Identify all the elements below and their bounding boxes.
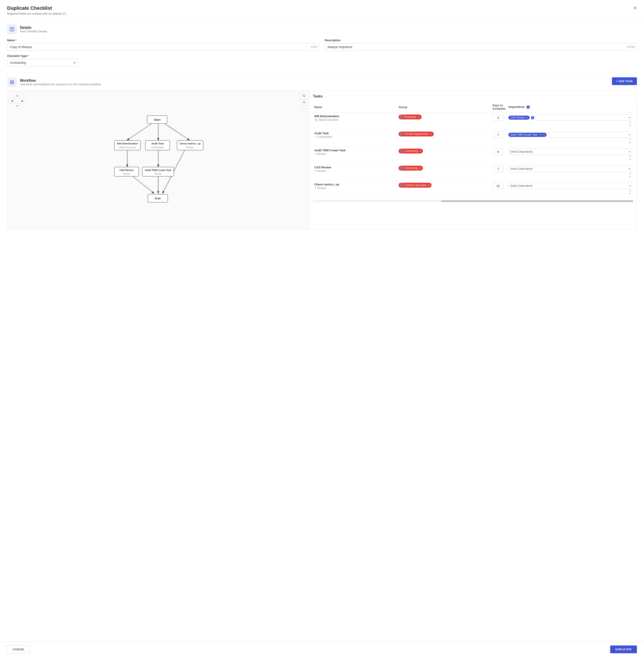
remove-group-2[interactable]: ✕ [430, 133, 432, 136]
col-days: Days toComplete [491, 102, 507, 112]
svg-text:CAD Review: CAD Review [119, 169, 134, 172]
remove-group-5[interactable]: ✕ [428, 184, 430, 187]
svg-line-19 [305, 103, 305, 104]
horizontal-scrollbar[interactable] [313, 200, 633, 202]
description-input[interactable] [325, 43, 637, 51]
add-task-button[interactable]: + ADD TASK [612, 77, 637, 85]
diagram-zoom-controls: ⤢ [301, 93, 307, 112]
description-label: Description [325, 39, 637, 42]
task-name-3: Audit TDM Create Task [314, 149, 396, 152]
group-icon-4: 👤 [400, 166, 404, 170]
type-required-star: * [28, 54, 29, 58]
zoom-fit-button[interactable]: ⤢ [301, 106, 307, 112]
row-down-2[interactable]: ▼ [628, 141, 632, 144]
svg-text:Review: Review [187, 146, 194, 149]
svg-point-6 [10, 83, 11, 84]
days-input-5[interactable] [492, 183, 504, 189]
nav-left-button[interactable]: ◀ [9, 98, 15, 103]
row-down-1[interactable]: ▼ [628, 124, 632, 127]
workflow-content: ▲ ◀ ▶ ▼ [7, 91, 637, 229]
zoom-out-button[interactable] [301, 100, 307, 105]
dependent-select-4-wrap: Select Dependents [508, 166, 632, 172]
row-up-1[interactable]: ▲ [628, 121, 632, 124]
remove-group-4[interactable]: ✕ [419, 167, 421, 170]
days-input-1[interactable] [492, 114, 504, 121]
remove-dependent-1[interactable]: ✕ [526, 116, 528, 119]
nav-right-button[interactable]: ▶ [20, 98, 25, 103]
row-up-2[interactable]: ▲ [628, 138, 632, 141]
group-icon-2: 👤 [400, 132, 404, 136]
close-button[interactable]: ✕ [631, 4, 639, 12]
svg-point-8 [12, 82, 13, 83]
days-input-3[interactable] [492, 149, 504, 155]
svg-text:Attach Document: Attach Document [119, 146, 136, 149]
confirm-icon: ✔ [314, 136, 316, 138]
svg-text:Check metrics_up: Check metrics_up [180, 142, 201, 145]
checklist-type-label: Checklist Type* [7, 54, 78, 58]
svg-rect-33 [145, 140, 170, 150]
dependent-select-3[interactable]: Select Dependents [508, 149, 632, 155]
svg-line-20 [127, 122, 154, 140]
table-row: 508 Determination 📎 Attach Document 👤 [313, 112, 633, 129]
task-type-2: ✔ Confirmation [314, 135, 396, 138]
modal-container: Duplicate Checklist Required fields are … [0, 0, 644, 657]
dependent-tag-2: Audit TDM Create Task ⊕ ✕ [508, 133, 547, 137]
workflow-header-left: Workflow Add tasks and establish the seq… [7, 77, 101, 87]
dependent-info-1[interactable]: ⊕ [531, 116, 534, 119]
nav-up-button[interactable]: ▲ [15, 93, 20, 98]
days-input-2[interactable] [492, 132, 504, 138]
name-input[interactable] [7, 43, 319, 51]
duplicate-button[interactable]: DUPLICATE [610, 645, 637, 653]
row-controls-4: ▲ ▼ [628, 172, 632, 178]
review-icon-4: ↺ [314, 170, 316, 173]
dependent-select-5-wrap: Select Dependents [508, 183, 632, 189]
checklist-type-select[interactable]: Contracting Project Service [7, 59, 78, 66]
cancel-button[interactable]: CANCEL [7, 645, 30, 654]
svg-point-5 [13, 81, 14, 82]
remove-group-1[interactable]: ✕ [418, 116, 420, 118]
workflow-section-text: Workflow Add tasks and establish the seq… [20, 79, 101, 86]
description-input-wrapper: 15/255 [325, 43, 637, 51]
dependent-select-4[interactable]: Select Dependents [508, 166, 632, 172]
details-section-text: Details Add Checklist Details [20, 26, 47, 33]
dependents-help-icon[interactable]: ? [527, 106, 530, 109]
dependent-info-2[interactable]: ⊕ [539, 133, 542, 136]
days-input-4[interactable] [492, 166, 504, 172]
row-down-5[interactable]: ▼ [628, 192, 632, 195]
row-up-4[interactable]: ▲ [628, 172, 632, 175]
modal-header: Duplicate Checklist Required fields are … [0, 0, 644, 19]
details-section: Details Add Checklist Details Name* 14/5… [7, 24, 637, 66]
svg-point-7 [13, 83, 14, 84]
remove-group-3[interactable]: ✕ [419, 150, 421, 153]
row-down-4[interactable]: ▼ [628, 175, 632, 178]
row-controls-5: ▲ ▼ [628, 189, 632, 195]
col-group: Group [397, 102, 491, 112]
group-chip-asrm: 👤 AS RM Departments ✕ [398, 132, 434, 136]
row-controls-1: ▲ ▼ [628, 121, 632, 127]
row-controls-3: ▲ ▼ [628, 155, 632, 161]
remove-dependent-2[interactable]: ✕ [543, 134, 545, 136]
group-icon-5: 👤 [400, 183, 404, 187]
row-up-5[interactable]: ▲ [628, 189, 632, 192]
dependent-select-1-wrap [535, 114, 632, 121]
dependent-select-1[interactable] [535, 114, 632, 121]
name-label: Name* [7, 39, 319, 42]
svg-point-4 [10, 81, 11, 82]
svg-text:Review: Review [155, 173, 162, 175]
dependent-select-5[interactable]: Select Dependents [508, 183, 632, 189]
row-up-3[interactable]: ▲ [628, 155, 632, 158]
table-row: CAD Review ↺ Review 👤 Contra [313, 163, 633, 180]
attach-icon: 📎 [314, 118, 317, 122]
dependents-cell-4: Select Dependents [508, 166, 632, 172]
table-row: Audit TDM Create Task ↺ Review 👤 [313, 147, 633, 163]
row-down-3[interactable]: ▼ [628, 158, 632, 161]
checklist-type-select-wrapper: Contracting Project Service [7, 59, 78, 66]
details-icon [7, 24, 17, 34]
name-input-wrapper: 14/50 [7, 43, 319, 51]
nav-down-button[interactable]: ▼ [15, 104, 20, 109]
svg-text:Review: Review [123, 173, 131, 175]
zoom-in-button[interactable] [301, 93, 307, 99]
dependent-select-2[interactable] [548, 132, 632, 138]
dependent-tag-1: CAD Review ✕ [508, 116, 530, 119]
review-icon-3: ↺ [314, 153, 316, 155]
